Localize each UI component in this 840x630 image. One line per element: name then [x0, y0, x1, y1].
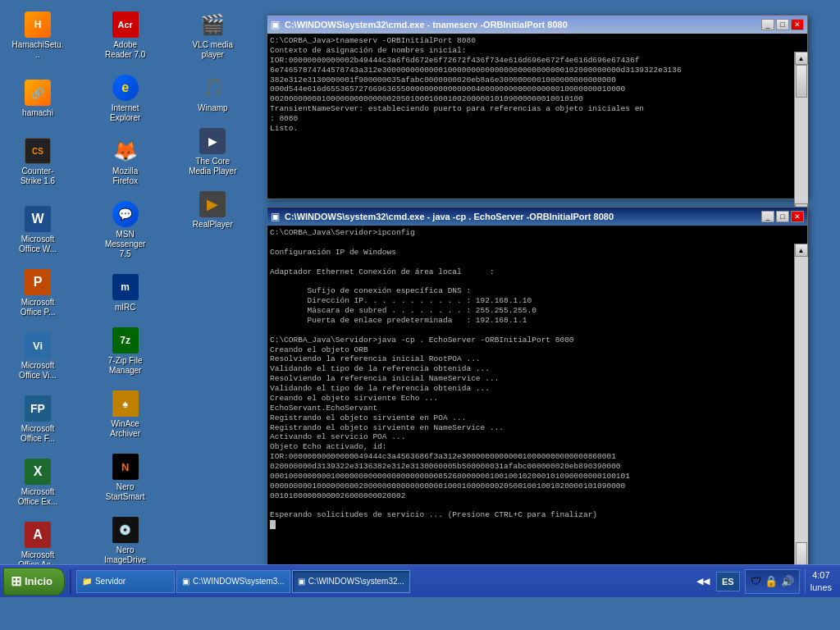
core-media-label: The Core Media Player: [186, 157, 239, 176]
msoffice-ex-label: Microsoft Office Ex...: [11, 487, 64, 507]
7zip-label: 7-Zip File Manager: [99, 356, 152, 376]
desktop-icon-vlc[interactable]: 🎬 VLC media player: [183, 8, 242, 63]
window-echoserver-scrollbar: ▲ ▼: [794, 244, 807, 588]
cs-icon: CS: [25, 138, 51, 164]
desktop-icon-msn[interactable]: 💬 MSN Messenger 7.5: [96, 198, 155, 262]
window-tnameserv-title: C:\WINDOWS\system32\cmd.exe - tnameserv …: [285, 20, 758, 30]
windows-logo: ⊞: [11, 573, 21, 589]
msoffice-p-label: Microsoft Office P...: [11, 298, 64, 317]
system-tray: 🛡 🔒 🔊: [745, 569, 800, 594]
core-media-icon: ▶: [199, 128, 226, 154]
window-tnameserv-titlebar[interactable]: ▣ C:\WINDOWS\system32\cmd.exe - tnameser…: [267, 16, 807, 34]
task-servidor-label: Servidor: [95, 577, 126, 586]
task-cmd1-label: C:\WINDOWS\system3...: [193, 577, 285, 586]
vlc-label: VLC media player: [186, 40, 239, 60]
winamp-label: Winamp: [198, 103, 228, 113]
realplayer-label: RealPlayer: [193, 220, 233, 230]
desktop-icon-realplayer[interactable]: ▶ RealPlayer: [183, 188, 242, 233]
msoffice-p-icon: P: [25, 269, 51, 295]
taskbar-task-cmd2[interactable]: ▣ C:\WINDOWS\system32...: [292, 570, 410, 593]
window-tnameserv[interactable]: ▣ C:\WINDOWS\system32\cmd.exe - tnameser…: [267, 15, 808, 199]
desktop-icon-nero-id[interactable]: 💿 Nero ImageDrive: [96, 514, 155, 568]
desktop: H HamachiSetu... 🔗 hamachi CS Counter-St…: [0, 0, 840, 597]
firefox-icon: 🦊: [112, 138, 139, 164]
hamachi-icon: 🔗: [25, 80, 51, 106]
msoffice-f-icon: FP: [25, 395, 51, 422]
desktop-icon-msoffice-vi[interactable]: Vi Microsoft Office Vi...: [8, 329, 67, 384]
window-tnameserv-icon: ▣: [271, 19, 280, 30]
msoffice-w-label: Microsoft Office W...: [11, 235, 64, 254]
scrollbar-thumb[interactable]: [796, 65, 807, 98]
task-cmd2-label: C:\WINDOWS\system32...: [308, 577, 404, 586]
tray-network-icon[interactable]: 🔒: [765, 575, 778, 587]
nero-ss-label: Nero StartSmart: [99, 482, 152, 502]
desktop-icon-7zip[interactable]: 7z 7-Zip File Manager: [96, 324, 155, 379]
taskbar-task-servidor[interactable]: 📁 Servidor: [76, 570, 175, 593]
desktop-icon-msoffice-f[interactable]: FP Microsoft Office F...: [8, 392, 67, 447]
7zip-icon: 7z: [112, 327, 139, 354]
hamachisetu-icon: H: [25, 11, 51, 38]
nero-id-label: Nero ImageDrive: [99, 546, 152, 565]
start-button[interactable]: ⊞ Inicio: [3, 568, 65, 596]
winace-icon: ♠: [112, 390, 139, 417]
scrollbar-track[interactable]: [795, 65, 808, 203]
cs-label: Counter-Strike 1.6: [11, 167, 64, 186]
winace-label: WinAce Archiver: [99, 419, 152, 439]
echoserver-scrollbar-track[interactable]: [795, 257, 808, 575]
tray-volume-icon[interactable]: 🔊: [781, 575, 794, 587]
msoffice-f-label: Microsoft Office F...: [11, 424, 64, 444]
desktop-icon-core-media[interactable]: ▶ The Core Media Player: [183, 125, 242, 180]
taskbar-task-cmd1[interactable]: ▣ C:\WINDOWS\system3...: [176, 570, 290, 593]
task-servidor-icon: 📁: [82, 577, 92, 586]
window-echoserver-close[interactable]: ✕: [791, 211, 804, 222]
scrollbar-up-btn[interactable]: ▲: [795, 52, 808, 65]
window-tnameserv-minimize[interactable]: _: [761, 19, 774, 30]
desktop-icon-msoffice-w[interactable]: W Microsoft Office W...: [8, 203, 67, 258]
echoserver-scrollbar-up[interactable]: ▲: [795, 244, 808, 257]
desktop-icon-cs[interactable]: CS Counter-Strike 1.6: [8, 135, 67, 189]
vlc-icon: 🎬: [199, 11, 226, 38]
desktop-icon-mirc[interactable]: m mIRC: [96, 271, 155, 316]
clock-time: 4:07: [810, 569, 832, 581]
desktop-icon-winace[interactable]: ♠ WinAce Archiver: [96, 387, 155, 442]
clock-day: lunes: [810, 582, 832, 593]
desktop-icon-hamachisetu[interactable]: H HamachiSetu...: [8, 8, 67, 63]
window-tnameserv-close[interactable]: ✕: [791, 19, 804, 30]
window-echoserver-title: C:\WINDOWS\system32\cmd.exe - java -cp .…: [285, 212, 758, 221]
window-echoserver-text: C:\CORBA_Java\Servidor>ipconfig Configur…: [270, 228, 792, 532]
window-tnameserv-text: C:\CORBA_Java>tnameserv -ORBInitialPort …: [270, 36, 792, 134]
tray-expand-btn[interactable]: ◀◀: [696, 576, 710, 587]
window-echoserver-maximize[interactable]: □: [776, 211, 789, 222]
desktop-icon-area: H HamachiSetu... 🔗 hamachi CS Counter-St…: [8, 8, 262, 582]
msoffice-ex-icon: X: [25, 459, 51, 485]
nero-id-icon: 💿: [112, 517, 139, 543]
desktop-icon-msoffice-p[interactable]: P Microsoft Office P...: [8, 266, 67, 321]
start-label: Inicio: [25, 575, 52, 587]
window-echoserver[interactable]: ▣ C:\WINDOWS\system32\cmd.exe - java -cp…: [267, 207, 808, 571]
language-badge[interactable]: ES: [716, 572, 740, 591]
desktop-icon-firefox[interactable]: 🦊 Mozilla Firefox: [96, 135, 155, 189]
desktop-icon-ie[interactable]: e Internet Explorer: [96, 71, 155, 126]
window-tnameserv-buttons: _ □ ✕: [761, 19, 804, 30]
ie-icon: e: [112, 75, 139, 101]
msoffice-vi-icon: Vi: [25, 332, 51, 358]
msoffice-ac-icon: A: [25, 522, 51, 548]
tray-antivirus-icon[interactable]: 🛡: [751, 575, 761, 587]
msn-label: MSN Messenger 7.5: [99, 230, 152, 259]
desktop-icon-hamachi[interactable]: 🔗 hamachi: [8, 76, 67, 121]
adobe-label: Adobe Reader 7.0: [99, 40, 152, 60]
window-tnameserv-maximize[interactable]: □: [776, 19, 789, 30]
window-echoserver-minimize[interactable]: _: [761, 211, 774, 222]
taskbar-right: ◀◀ ES 🛡 🔒 🔊 4:07 lunes: [696, 569, 837, 594]
window-echoserver-titlebar[interactable]: ▣ C:\WINDOWS\system32\cmd.exe - java -cp…: [267, 208, 807, 226]
desktop-icon-adobe[interactable]: Acr Adobe Reader 7.0: [96, 8, 155, 63]
window-echoserver-content: C:\CORBA_Java\Servidor>ipconfig Configur…: [267, 226, 794, 570]
mirc-label: mIRC: [115, 303, 136, 313]
clock[interactable]: 4:07 lunes: [805, 569, 837, 593]
taskbar-divider: [70, 569, 71, 594]
desktop-icon-msoffice-ex[interactable]: X Microsoft Office Ex...: [8, 455, 67, 510]
adobe-icon: Acr: [112, 11, 139, 38]
desktop-icon-winamp[interactable]: 🎵 Winamp: [183, 71, 242, 116]
desktop-icon-nero-ss[interactable]: N Nero StartSmart: [96, 450, 155, 505]
realplayer-icon: ▶: [199, 191, 226, 217]
